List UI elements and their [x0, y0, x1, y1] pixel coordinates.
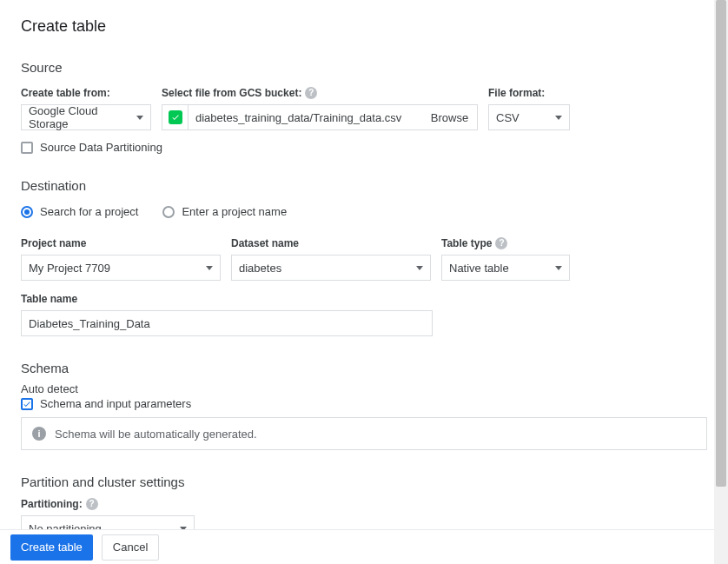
caret-down-icon: [555, 116, 562, 120]
create-from-value: Google Cloud Storage: [29, 104, 136, 130]
gcs-file-valid-indicator: [162, 104, 188, 130]
file-format-select[interactable]: CSV: [488, 104, 570, 130]
partitioning-label: Partitioning: ?: [21, 498, 707, 510]
autodetect-label: Auto detect: [21, 382, 707, 395]
file-format-value: CSV: [496, 111, 520, 124]
gcs-file-input[interactable]: [188, 104, 422, 130]
radio-icon: [162, 206, 175, 218]
source-partitioning-label: Source Data Partitioning: [40, 141, 162, 154]
schema-section-title: Schema: [21, 361, 707, 375]
scrollbar-track[interactable]: [714, 0, 728, 564]
dialog-footer: Create table Cancel: [0, 529, 728, 564]
dataset-name-select[interactable]: diabetes: [231, 255, 431, 281]
search-project-radio[interactable]: Search for a project: [21, 205, 138, 218]
table-name-label: Table name: [21, 293, 707, 305]
gcs-file-label-text: Select file from GCS bucket:: [162, 87, 301, 99]
dataset-name-label: Dataset name: [231, 237, 431, 249]
caret-down-icon: [136, 116, 143, 120]
enter-project-label: Enter a project name: [182, 205, 287, 218]
table-type-select[interactable]: Native table: [441, 255, 570, 281]
table-name-input[interactable]: [21, 310, 433, 336]
help-icon[interactable]: ?: [86, 498, 98, 510]
project-name-value: My Project 7709: [29, 262, 110, 275]
check-icon: [169, 110, 182, 124]
dialog-body: Create table Source Create table from: G…: [0, 0, 728, 529]
caret-down-icon: [416, 266, 423, 270]
info-icon: i: [32, 427, 46, 441]
project-name-label: Project name: [21, 237, 221, 249]
destination-section-title: Destination: [21, 178, 707, 193]
help-icon[interactable]: ?: [305, 87, 317, 99]
create-table-button[interactable]: Create table: [10, 534, 93, 561]
dataset-name-value: diabetes: [239, 262, 281, 275]
browse-button[interactable]: Browse: [422, 104, 478, 130]
caret-down-icon: [206, 266, 213, 270]
gcs-file-label: Select file from GCS bucket: ?: [162, 87, 478, 99]
table-type-label: Table type ?: [441, 237, 570, 249]
create-from-select[interactable]: Google Cloud Storage: [21, 104, 151, 130]
source-section-title: Source: [21, 60, 707, 75]
table-type-value: Native table: [449, 262, 509, 275]
table-type-label-text: Table type: [441, 237, 492, 249]
help-icon[interactable]: ?: [495, 237, 507, 249]
source-partitioning-checkbox[interactable]: [21, 142, 33, 154]
partitioning-label-text: Partitioning:: [21, 498, 83, 510]
partitioning-select[interactable]: No partitioning: [21, 515, 195, 529]
caret-down-icon: [555, 266, 562, 270]
file-format-label: File format:: [488, 87, 570, 99]
radio-selected-icon: [21, 206, 33, 218]
create-from-label: Create table from:: [21, 87, 151, 99]
autodetect-checkbox[interactable]: [21, 398, 33, 410]
schema-info-text: Schema will be automatically generated.: [55, 428, 257, 441]
partition-section-title: Partition and cluster settings: [21, 474, 707, 489]
cancel-button[interactable]: Cancel: [102, 534, 159, 561]
search-project-label: Search for a project: [40, 205, 138, 218]
partitioning-value: No partitioning: [29, 522, 102, 530]
autodetect-sub-label: Schema and input parameters: [40, 397, 191, 410]
project-name-select[interactable]: My Project 7709: [21, 255, 221, 281]
scrollbar-thumb[interactable]: [716, 0, 726, 487]
schema-info-banner: i Schema will be automatically generated…: [21, 417, 707, 450]
page-title: Create table: [21, 17, 707, 36]
enter-project-radio[interactable]: Enter a project name: [162, 205, 287, 218]
